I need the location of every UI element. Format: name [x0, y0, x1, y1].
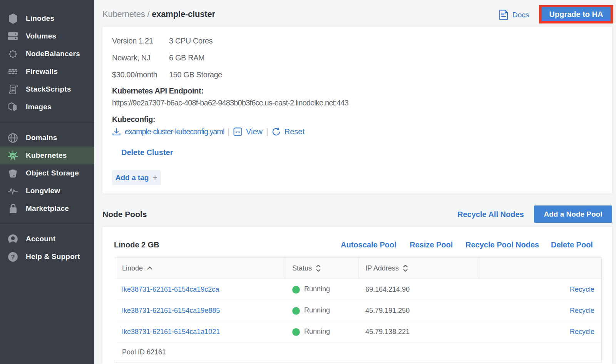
- svg-text:<>: <>: [235, 129, 241, 134]
- svg-text:?: ?: [11, 253, 15, 260]
